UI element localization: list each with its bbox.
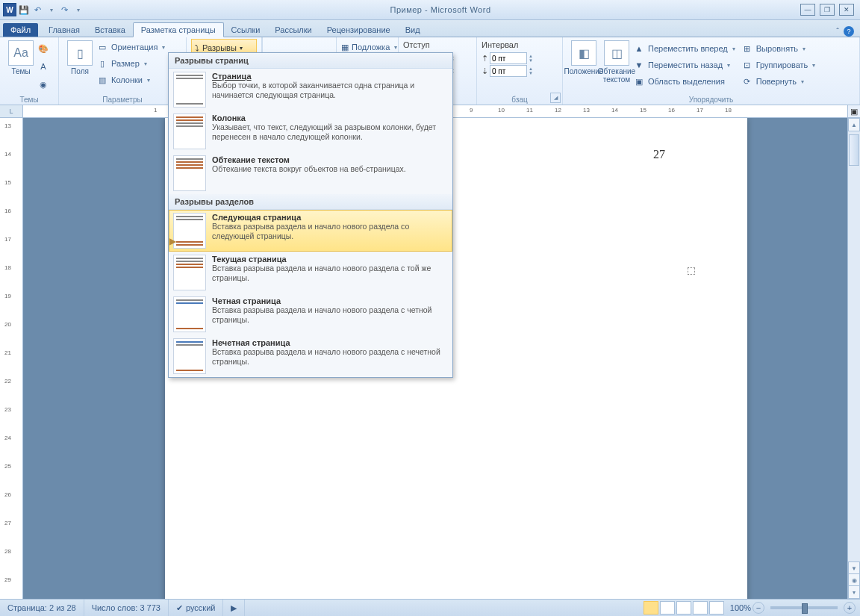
word-icon: W: [3, 3, 16, 16]
margins-button[interactable]: ▯ Поля: [63, 39, 96, 91]
break-even-page[interactable]: Четная страницаВставка разрыва раздела и…: [169, 293, 452, 335]
qat-customize-icon[interactable]: [72, 4, 84, 16]
margins-icon: ▯: [67, 40, 93, 66]
ruler-toggle-icon[interactable]: ▣: [847, 105, 860, 117]
zoom-level[interactable]: 100%: [730, 603, 751, 612]
bring-forward-button[interactable]: ▲Переместить вперед: [633, 40, 735, 57]
group-paragraph-label: бзац: [477, 96, 562, 104]
status-wordcount[interactable]: Число слов: 3 773: [84, 600, 169, 616]
spacing-label: Интервал: [482, 39, 558, 51]
break-text-wrapping[interactable]: Обтекание текстомОбтекание текста вокруг…: [169, 152, 452, 194]
zoom-out-icon[interactable]: −: [752, 602, 764, 614]
theme-fonts-icon[interactable]: A: [37, 58, 49, 75]
macro-icon: ▶: [231, 603, 237, 613]
vertical-scrollbar[interactable]: ▲ ▼ ◉ ▾: [847, 118, 860, 599]
statusbar: Страница: 2 из 28 Число слов: 3 773 ✔рус…: [0, 599, 860, 616]
watermark-icon: ▦: [341, 41, 349, 53]
theme-colors-icon[interactable]: 🎨: [37, 40, 49, 57]
scroll-up-icon[interactable]: ▲: [848, 118, 860, 131]
paragraph-launcher[interactable]: ◢: [550, 93, 561, 103]
dropdown-header-sectionbreaks: Разрывы разделов: [169, 194, 452, 210]
selection-indicator-icon: ▶: [169, 236, 176, 246]
minimize-ribbon-icon[interactable]: ˆ: [836, 27, 839, 36]
close-button[interactable]: ✕: [839, 4, 854, 16]
tab-page-layout[interactable]: Разметка страницы: [133, 22, 224, 37]
redo-icon[interactable]: ↷: [58, 4, 70, 16]
zoom-slider[interactable]: [770, 606, 838, 609]
page-number: 27: [653, 148, 665, 161]
tab-view[interactable]: Вид: [398, 23, 428, 37]
ribbon-tabs: Файл Главная Вставка Разметка страницы С…: [0, 20, 860, 37]
spacing-before-spinner[interactable]: ⇡▲▼: [482, 52, 558, 64]
orientation-icon: ▭: [96, 41, 108, 53]
dropdown-header-pagebreaks: Разрывы страниц: [169, 53, 452, 69]
ruler-vertical[interactable]: 13 14 15 16 17 18 19 20 21 22 23 24 25 2…: [0, 118, 23, 599]
break-continuous[interactable]: Текущая страницаВставка разрыва раздела …: [169, 252, 452, 293]
selection-pane-button[interactable]: ▣Область выделения: [633, 73, 735, 90]
save-icon[interactable]: 💾: [18, 4, 30, 16]
view-draft[interactable]: [709, 601, 724, 615]
themes-icon: Aa: [8, 40, 34, 66]
spacing-after-spinner[interactable]: ⇣▲▼: [482, 65, 558, 77]
send-backward-button[interactable]: ▼Переместить назад: [633, 57, 735, 73]
view-outline[interactable]: [693, 601, 708, 615]
size-icon: ▯: [96, 57, 108, 69]
group-arrange-label: Упорядочить: [563, 96, 859, 104]
tab-home[interactable]: Главная: [41, 23, 87, 37]
window-title: Пример - Microsoft Word: [87, 5, 794, 14]
align-button[interactable]: ⊞Выровнять: [741, 40, 816, 57]
quick-access-toolbar: W 💾 ↶ ↷: [0, 3, 87, 16]
columns-button[interactable]: ▥Колонки: [96, 72, 165, 88]
anchor-marker: [688, 267, 695, 275]
undo-icon[interactable]: ↶: [31, 4, 43, 16]
size-button[interactable]: ▯Размер: [96, 55, 165, 72]
status-page[interactable]: Страница: 2 из 28: [0, 600, 84, 616]
minimize-button[interactable]: —: [800, 4, 815, 16]
break-column[interactable]: КолонкаУказывает, что текст, следующий з…: [169, 111, 452, 152]
scroll-thumb[interactable]: [849, 134, 859, 166]
breaks-dropdown: Разрывы страниц СтраницаВыбор точки, в к…: [168, 52, 453, 378]
tab-mailings[interactable]: Рассылки: [267, 23, 319, 37]
view-print-layout[interactable]: [644, 601, 658, 615]
tab-insert[interactable]: Вставка: [87, 23, 133, 37]
wrap-text-icon: ◫: [604, 40, 629, 66]
break-page[interactable]: СтраницаВыбор точки, в которой заканчива…: [169, 69, 452, 111]
themes-button[interactable]: Aa Темы: [4, 39, 37, 91]
position-icon: ◧: [571, 40, 596, 66]
spacing-after-input[interactable]: [490, 65, 527, 77]
theme-effects-icon[interactable]: ◉: [37, 76, 49, 93]
tab-references[interactable]: Ссылки: [224, 23, 268, 37]
proofing-icon: ✔: [176, 603, 183, 613]
titlebar: W 💾 ↶ ↷ Пример - Microsoft Word — ❐ ✕: [0, 0, 860, 20]
group-themes-label: Темы: [0, 96, 58, 104]
tab-review[interactable]: Рецензирование: [320, 23, 398, 37]
break-next-page[interactable]: Следующая страницаВставка разрыва раздел…: [169, 210, 452, 252]
spacing-before-input[interactable]: [490, 52, 527, 64]
breaks-icon: ⤵: [195, 43, 199, 52]
help-icon[interactable]: ?: [844, 26, 854, 37]
view-full-screen[interactable]: [660, 601, 675, 615]
orientation-button[interactable]: ▭Ориентация: [96, 39, 165, 55]
ruler-corner[interactable]: L: [0, 105, 23, 117]
break-odd-page[interactable]: Нечетная страницаВставка разрыва раздела…: [169, 335, 452, 377]
columns-icon: ▥: [96, 74, 108, 86]
position-button[interactable]: ◧Положение: [567, 39, 600, 91]
tab-file[interactable]: Файл: [3, 23, 38, 37]
wrap-text-button[interactable]: ◫Обтекание текстом: [600, 39, 633, 91]
restore-button[interactable]: ❐: [820, 4, 835, 16]
indent-label: Отступ: [403, 39, 472, 51]
zoom-in-icon[interactable]: +: [844, 602, 856, 614]
rotate-button[interactable]: ⟳Повернуть: [741, 73, 816, 90]
view-web-layout[interactable]: [676, 601, 691, 615]
status-language[interactable]: ✔русский: [169, 600, 223, 616]
undo-dropdown-icon[interactable]: [45, 4, 57, 16]
group-pagesetup-label: Параметры: [59, 96, 186, 104]
status-macro[interactable]: ▶: [223, 600, 245, 616]
next-page-icon[interactable]: ▾: [848, 585, 860, 599]
group-button[interactable]: ⊡Группировать: [741, 57, 816, 73]
